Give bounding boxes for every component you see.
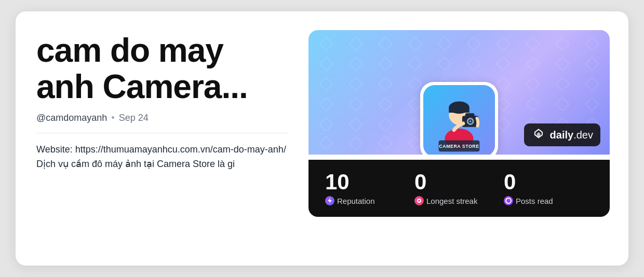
streak-icon <box>414 196 424 205</box>
stat-reputation: 10 Reputation <box>325 171 414 205</box>
daily-text-bold: daily <box>550 129 574 141</box>
svg-rect-4 <box>449 107 469 113</box>
profile-banner: CAMERA STORE daily.dev <box>308 30 610 155</box>
reputation-icon <box>325 196 334 205</box>
daily-text-suffix: .dev <box>573 129 593 141</box>
svg-text:CAMERA STORE: CAMERA STORE <box>439 144 479 149</box>
stat-streak: 0 Longest streak <box>414 171 504 205</box>
profile-date: Sep 24 <box>119 113 149 123</box>
right-panel: CAMERA STORE daily.dev <box>308 30 610 217</box>
profile-handle: @camdomayanh <box>36 113 107 123</box>
reputation-value: 10 <box>325 171 350 193</box>
right-panel-inner: CAMERA STORE daily.dev <box>308 30 610 217</box>
posts-icon <box>504 196 513 205</box>
avatar-ring: CAMERA STORE <box>420 82 498 155</box>
posts-label: Posts read <box>516 197 553 205</box>
streak-value: 0 <box>414 171 426 193</box>
avatar-inner: CAMERA STORE <box>423 85 495 155</box>
profile-meta: @camdomayanh • Sep 24 <box>36 113 288 123</box>
left-panel: cam do may anh Camera... @camdomayanh • … <box>36 30 288 172</box>
daily-dev-text: daily.dev <box>550 129 593 141</box>
svg-point-13 <box>418 200 420 202</box>
daily-dev-branding: daily.dev <box>524 123 600 146</box>
streak-label-row: Longest streak <box>414 196 477 205</box>
stat-posts: 0 Posts read <box>504 171 593 205</box>
posts-value: 0 <box>504 171 516 193</box>
streak-label: Longest streak <box>426 197 477 205</box>
avatar-wrap: CAMERA STORE <box>420 82 498 155</box>
svg-point-14 <box>506 198 511 203</box>
meta-dot: • <box>111 113 114 123</box>
daily-logo-icon <box>531 128 546 142</box>
reputation-label: Reputation <box>337 197 375 205</box>
svg-rect-6 <box>465 113 475 117</box>
profile-bio: Website: https://thumuamayanhcu.com.vn/c… <box>36 143 288 172</box>
divider <box>36 133 288 133</box>
reputation-label-row: Reputation <box>325 196 375 205</box>
profile-card: cam do may anh Camera... @camdomayanh • … <box>16 11 628 266</box>
svg-point-9 <box>469 121 471 122</box>
posts-label-row: Posts read <box>504 196 553 205</box>
stats-bar: 10 Reputation 0 <box>308 160 610 217</box>
profile-name: cam do may anh Camera... <box>36 32 288 105</box>
